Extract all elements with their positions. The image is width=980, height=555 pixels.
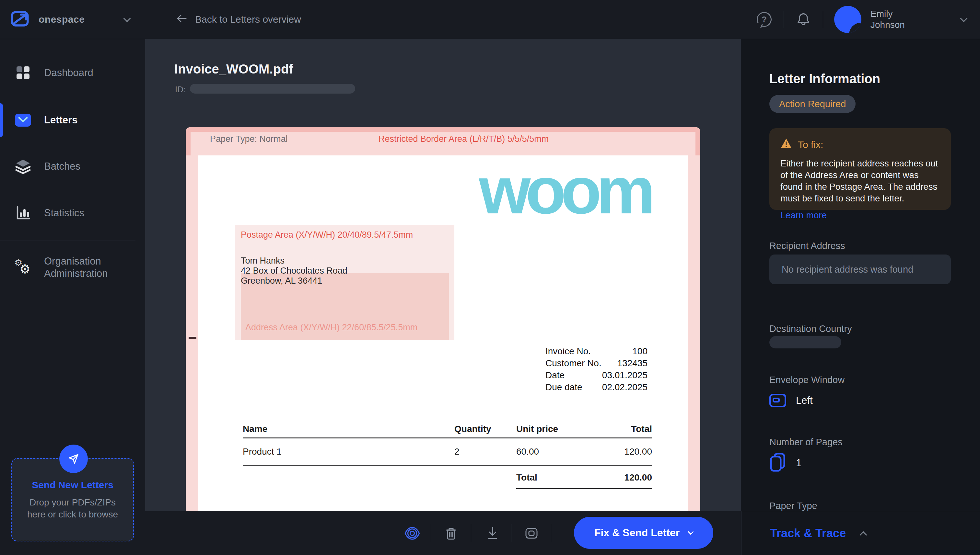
dropzone-subtitle: Drop your PDFs/ZIPs here or click to bro… (20, 496, 126, 520)
send-plane-icon (59, 444, 88, 473)
help-icon[interactable]: ? (756, 11, 772, 28)
sidebar-item-label: Batches (44, 160, 80, 172)
meta-value: 100 (632, 346, 647, 358)
dropzone-title: Send New Letters (12, 480, 133, 491)
table-total-rule (516, 488, 652, 489)
divider (784, 11, 784, 28)
pdf-preview-page: Paper Type: Normal Restricted Border Are… (186, 127, 700, 511)
meta-label: Date (546, 370, 565, 382)
download-icon[interactable] (484, 524, 502, 542)
recipient-address-empty-text: No recipient address was found (782, 264, 913, 275)
dashboard-icon (14, 64, 32, 82)
divider (431, 524, 431, 542)
back-label: Back to Letters overview (195, 14, 301, 25)
address-area-label: Address Area (X/Y/W/H) 22/60/85.5/25.5mm (245, 322, 417, 332)
destination-country-label: Destination Country (769, 324, 852, 334)
invoice-meta: Invoice No.100 Customer No.132435 Date03… (546, 346, 647, 394)
envelope-window-label: Envelope Window (769, 375, 845, 385)
sidebar-divider (0, 241, 135, 241)
cell-quantity: 2 (454, 446, 516, 457)
table-row: Product 1 2 60.00 120.00 (243, 446, 652, 457)
number-of-pages-value: 1 (796, 457, 801, 469)
letters-icon (14, 111, 32, 129)
brand-name: onespace (39, 14, 85, 25)
top-bar: onespace Back to Letters overview ? Emil… (0, 0, 980, 39)
to-fix-body: Either the recipient address reaches out… (780, 158, 940, 204)
meta-label: Due date (546, 382, 583, 394)
paper-type-label: Paper Type: Normal (210, 134, 288, 144)
meta-value: 02.02.2025 (602, 382, 647, 394)
document-title: Invoice_WOOM.pdf (174, 62, 293, 76)
onespace-logo-icon (11, 10, 30, 29)
brand-area[interactable]: onespace (0, 0, 145, 39)
table-rule (243, 465, 652, 466)
panel-title: Letter Information (769, 72, 880, 86)
total-label: Total (516, 472, 604, 483)
trash-icon[interactable] (442, 524, 460, 542)
back-to-letters-link[interactable]: Back to Letters overview (174, 12, 301, 27)
button-chevron-down-icon (688, 529, 694, 534)
number-of-pages-row: 1 (769, 452, 801, 474)
user-chevron-down-icon[interactable] (960, 15, 968, 22)
sidebar: Dashboard Letters Batches (0, 39, 145, 555)
postage-area-label: Postage Area (X/Y/W/H) 20/40/89.5/47.5mm (241, 230, 413, 240)
sidebar-item-letters[interactable]: Letters (0, 104, 145, 136)
sidebar-item-dashboard[interactable]: Dashboard (0, 57, 145, 88)
number-of-pages-label: Number of Pages (769, 437, 843, 448)
active-indicator (0, 103, 3, 137)
recipient-address-label: Recipient Address (769, 241, 845, 251)
id-label: ID: (175, 85, 186, 95)
sidebar-item-label: Organisation Administration (44, 255, 125, 280)
cell-name: Product 1 (243, 446, 454, 457)
preview-eye-icon[interactable] (403, 524, 421, 542)
sidebar-item-label: Letters (44, 114, 77, 126)
recipient-address-field[interactable]: No recipient address was found (769, 255, 951, 284)
woom-logo: woom (479, 157, 650, 223)
table-rule (243, 438, 652, 438)
recipient-line: Greenbow, AL 36441 (241, 276, 348, 286)
envelope-window-row: Left (769, 394, 813, 407)
paper-type-label: Paper Type (769, 500, 817, 511)
col-header: Quantity (454, 424, 516, 434)
meta-value: 132435 (617, 358, 647, 370)
chevron-up-icon[interactable] (860, 531, 867, 539)
meta-label: Customer No. (546, 358, 602, 370)
letter-information-panel: Letter Information Action Required To fi… (741, 39, 980, 555)
fix-and-send-label: Fix & Send Letter (594, 527, 679, 539)
to-fix-warning-box: To fix: Either the recipient address rea… (769, 128, 951, 210)
divider (511, 524, 512, 542)
upload-dropzone[interactable]: Send New Letters Drop your PDFs/ZIPs her… (11, 458, 134, 541)
sidebar-item-batches[interactable]: Batches (0, 151, 145, 182)
bell-icon[interactable] (795, 11, 812, 28)
user-name: Emily Johnson (871, 8, 922, 30)
table-header-row: Name Quantity Unit price Total (243, 424, 652, 434)
recipient-line: 42 Box of Chocolates Road (241, 266, 348, 276)
sidebar-item-label: Statistics (44, 207, 84, 219)
main-content: Invoice_WOOM.pdf ID: Paper Type: Normal … (145, 39, 741, 511)
to-fix-title: To fix: (798, 139, 823, 150)
cell-unit-price: 60.00 (516, 446, 604, 457)
bottom-toolbar: Fix & Send Letter (145, 511, 741, 555)
total-value: 120.00 (604, 472, 652, 483)
recipient-address-block: Tom Hanks 42 Box of Chocolates Road Gree… (241, 256, 348, 286)
sidebar-item-statistics[interactable]: Statistics (0, 197, 145, 229)
learn-more-link[interactable]: Learn more (780, 210, 827, 220)
meta-label: Invoice No. (546, 346, 591, 358)
fix-and-send-button[interactable]: Fix & Send Letter (574, 517, 713, 549)
restricted-border-left (186, 156, 198, 511)
cell-total: 120.00 (604, 446, 652, 457)
divider (823, 11, 823, 28)
envelope-window-value: Left (796, 395, 813, 406)
id-value-redacted (190, 84, 355, 93)
envelope-window-icon[interactable] (522, 524, 541, 542)
fold-mark (188, 337, 196, 339)
sidebar-item-organisation-administration[interactable]: ⚙⚙ Organisation Administration (0, 248, 145, 287)
sidebar-item-label: Dashboard (44, 67, 93, 79)
divider (471, 524, 471, 542)
invoice-table: Name Quantity Unit price Total Product 1… (243, 420, 652, 491)
track-and-trace-toggle[interactable]: Track & Trace (770, 526, 846, 540)
avatar[interactable] (834, 6, 861, 33)
warning-icon (780, 138, 792, 151)
col-header: Total (604, 424, 652, 434)
brand-chevron-down-icon[interactable] (124, 15, 131, 22)
